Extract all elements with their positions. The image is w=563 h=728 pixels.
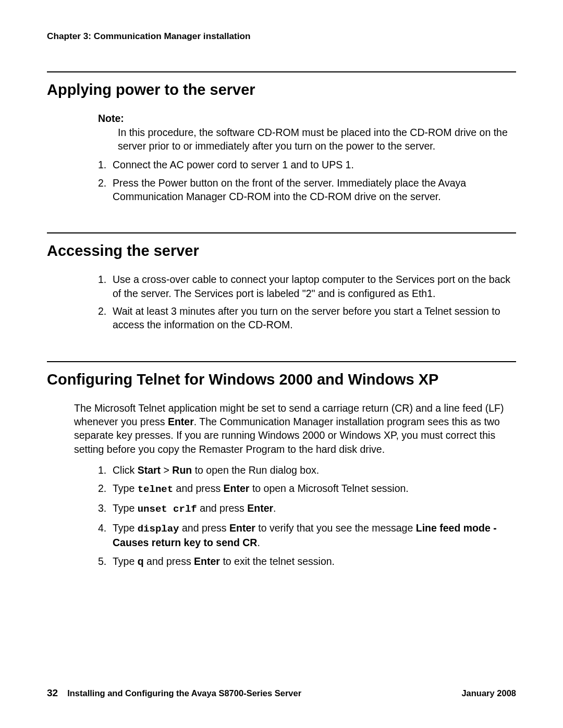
section-title-configuring-telnet: Configuring Telnet for Windows 2000 and … [47,369,516,390]
text-bold: Enter [224,483,250,494]
text-run: and press [197,502,247,514]
text-bold: Run [172,464,192,476]
intro-paragraph: The Microsoft Telnet application might b… [74,401,516,456]
text-bold: q [138,556,144,567]
text-run: Type [113,556,138,567]
text-run: to verify that you see the message [255,522,416,534]
text-run: to open the Run dialog box. [192,464,319,476]
list-number: 4. [98,521,106,535]
list-number: 1. [98,463,106,477]
list-number: 2. [98,304,106,318]
list-number: 5. [98,554,106,568]
list-item: 3. Type unset crlf and press Enter. [98,501,516,516]
list-item: 1. Click Start > Run to open the Run dia… [98,463,516,477]
text-run: . [257,537,260,548]
text-bold: Enter [168,416,194,427]
text-bold: Enter [194,556,220,567]
text-run: . [273,502,276,514]
section-title-applying-power: Applying power to the server [47,80,516,100]
text-run: > [161,464,172,476]
text-run: to exit the telnet session. [220,556,335,567]
text-run: to open a Microsoft Telnet session. [249,483,408,494]
text-run: Type [113,502,138,514]
step-text: Use a cross-over cable to connect your l… [113,274,510,299]
doc-title: Installing and Configuring the Avaya S87… [67,687,461,699]
note-label: Note: [98,112,516,125]
text-run: Type [113,483,138,494]
text-run: and press [179,522,229,534]
list-number: 2. [98,482,106,495]
step-text: Wait at least 3 minutes after you turn o… [113,305,500,330]
text-bold: Start [138,464,161,476]
list-item: 2. Press the Power button on the front o… [98,176,516,204]
step-text: Connect the AC power cord to server 1 an… [113,159,354,170]
text-bold: Enter [247,502,273,514]
text-mono: unset crlf [138,503,197,515]
text-mono: telnet [138,484,173,495]
chapter-header: Chapter 3: Communication Manager install… [47,30,516,42]
text-bold: Enter [229,522,255,534]
step-text: Press the Power button on the front of t… [113,177,466,202]
list-number: 2. [98,176,106,190]
text-run: and press [144,556,194,567]
section-divider [47,71,516,72]
section-divider [47,232,516,233]
doc-date: January 2008 [461,687,516,699]
list-item: 2. Wait at least 3 minutes after you tur… [98,304,516,332]
list-number: 3. [98,501,106,515]
text-run: Type [113,522,138,534]
list-number: 1. [98,273,106,286]
section-title-accessing: Accessing the server [47,241,516,261]
section-divider [47,361,516,362]
list-item: 1. Connect the AC power cord to server 1… [98,158,516,171]
note-text: In this procedure, the software CD-ROM m… [118,126,516,153]
list-item: 2. Type telnet and press Enter to open a… [98,482,516,497]
list-number: 1. [98,158,106,171]
list-item: 1. Use a cross-over cable to connect you… [98,273,516,300]
page-footer: 32 Installing and Configuring the Avaya … [47,686,516,700]
list-item: 4. Type display and press Enter to verif… [98,521,516,550]
text-mono: display [138,523,179,535]
list-item: 5. Type q and press Enter to exit the te… [98,554,516,568]
page-number: 32 [47,686,58,700]
text-run: and press [173,483,223,494]
text-run: Click [113,464,138,476]
